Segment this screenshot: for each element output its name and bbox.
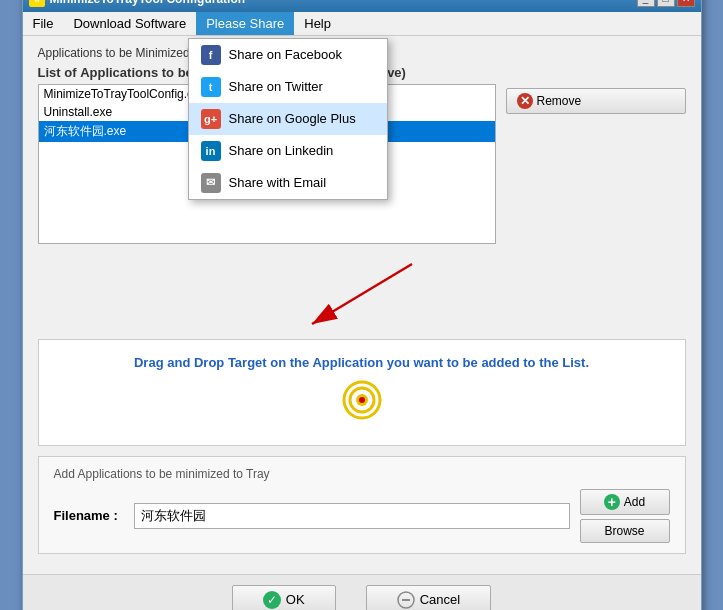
remove-label: Remove bbox=[537, 94, 582, 108]
cancel-label: Cancel bbox=[420, 592, 460, 607]
twitter-icon: t bbox=[201, 77, 221, 97]
googleplus-label: Share on Google Plus bbox=[229, 111, 356, 126]
svg-line-1 bbox=[312, 264, 412, 324]
add-label: Add bbox=[624, 495, 645, 509]
add-button[interactable]: + Add bbox=[580, 489, 670, 515]
browse-button[interactable]: Browse bbox=[580, 519, 670, 543]
email-label: Share with Email bbox=[229, 175, 327, 190]
close-btn[interactable]: ✕ bbox=[677, 0, 695, 7]
googleplus-icon: g+ bbox=[201, 109, 221, 129]
right-label bbox=[506, 65, 686, 79]
share-dropdown: f Share on Facebook t Share on Twitter g… bbox=[188, 38, 388, 200]
share-linkedin[interactable]: in Share on Linkedin bbox=[189, 135, 387, 167]
menu-share[interactable]: Please Share bbox=[196, 12, 294, 35]
minimize-btn[interactable]: _ bbox=[637, 0, 655, 7]
drag-drop-section: Drag and Drop Target on the Application … bbox=[38, 339, 686, 446]
title-bar-left: ⚙ MinimizeToTrayTool Configuration bbox=[29, 0, 246, 7]
menu-help[interactable]: Help bbox=[294, 12, 341, 35]
title-bar: ⚙ MinimizeToTrayTool Configuration _ □ ✕ bbox=[23, 0, 701, 12]
share-googleplus[interactable]: g+ Share on Google Plus bbox=[189, 103, 387, 135]
add-section-label: Add Applications to be minimized to Tray bbox=[54, 467, 670, 481]
email-icon: ✉ bbox=[201, 173, 221, 193]
ok-label: OK bbox=[286, 592, 305, 607]
add-section: Add Applications to be minimized to Tray… bbox=[38, 456, 686, 554]
remove-button[interactable]: ✕ Remove bbox=[506, 88, 686, 114]
ok-icon: ✓ bbox=[263, 591, 281, 609]
drag-drop-text: Drag and Drop Target on the Application … bbox=[54, 355, 670, 370]
share-facebook[interactable]: f Share on Facebook bbox=[189, 39, 387, 71]
red-arrow-svg bbox=[262, 254, 462, 334]
facebook-icon: f bbox=[201, 45, 221, 65]
linkedin-icon: in bbox=[201, 141, 221, 161]
filename-input[interactable] bbox=[134, 503, 570, 529]
cancel-button[interactable]: Cancel bbox=[366, 585, 491, 611]
remove-icon: ✕ bbox=[517, 93, 533, 109]
cancel-icon bbox=[397, 591, 415, 609]
share-twitter[interactable]: t Share on Twitter bbox=[189, 71, 387, 103]
right-section: ✕ Remove bbox=[506, 65, 686, 244]
window-title: MinimizeToTrayTool Configuration bbox=[50, 0, 246, 6]
share-email[interactable]: ✉ Share with Email bbox=[189, 167, 387, 199]
twitter-label: Share on Twitter bbox=[229, 79, 323, 94]
list-label-prefix: List of bbox=[38, 65, 77, 80]
add-icon: + bbox=[604, 494, 620, 510]
facebook-label: Share on Facebook bbox=[229, 47, 342, 62]
target-icon-area bbox=[54, 380, 670, 420]
footer: ✓ OK Cancel bbox=[23, 574, 701, 611]
menu-file[interactable]: File bbox=[23, 12, 64, 35]
app-icon: ⚙ bbox=[29, 0, 45, 7]
arrow-area bbox=[38, 254, 686, 334]
add-row: Filename : + Add Browse bbox=[54, 489, 670, 543]
menu-bar: File Download Software Please Share Help… bbox=[23, 12, 701, 36]
browse-label: Browse bbox=[604, 524, 644, 538]
ok-button[interactable]: ✓ OK bbox=[232, 585, 336, 611]
main-window: ⚙ MinimizeToTrayTool Configuration _ □ ✕… bbox=[22, 0, 702, 610]
linkedin-label: Share on Linkedin bbox=[229, 143, 334, 158]
maximize-btn[interactable]: □ bbox=[657, 0, 675, 7]
menu-download[interactable]: Download Software bbox=[63, 12, 196, 35]
title-controls: _ □ ✕ bbox=[637, 0, 695, 7]
target-icon bbox=[342, 380, 382, 420]
svg-point-5 bbox=[359, 397, 365, 403]
add-browse-col: + Add Browse bbox=[580, 489, 670, 543]
filename-label: Filename : bbox=[54, 508, 124, 523]
